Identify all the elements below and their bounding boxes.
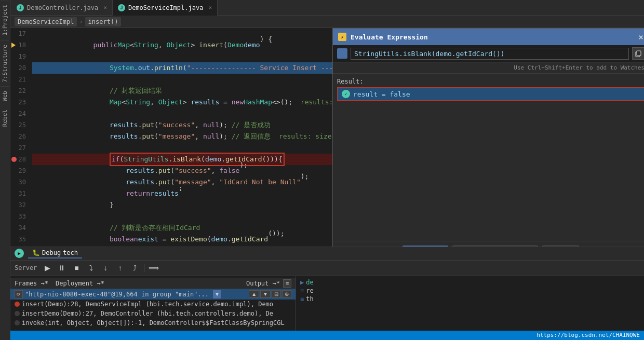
tab-bar: J DemoController.java × J DemoServiceImp…	[10, 0, 644, 16]
tab-democontroller[interactable]: J DemoController.java ×	[11, 0, 113, 16]
svg-rect-1	[637, 51, 641, 56]
debug-toolbar: Server ▶ ⏸ ■ ⤵ ↓ ↑ ⤴ ⟹	[10, 261, 644, 276]
side-tab-project[interactable]: 1:Project	[1, 0, 9, 40]
debug-panel: ▶ 🐛 Debug tech Server ▶ ⏸ ■ ⤵ ↓ ↑ ⤴ ⟹	[10, 247, 644, 331]
tab-close-service[interactable]: ×	[208, 4, 212, 11]
eval-close-dialog-button[interactable]: Close	[542, 246, 579, 247]
output-item-1: ▶ de	[300, 278, 640, 287]
debug-content: Frames →* Deployment →* Output →* ≡ ⟳ "h…	[10, 276, 644, 331]
frame-text-0: "http-nio-8080-exec-40"@19,664 in group …	[25, 291, 209, 298]
eval-result-row: ✓ result = false	[337, 87, 644, 101]
tab-label-service: DemoServiceImpl.java	[128, 4, 204, 11]
debug-btn-run-to-cursor[interactable]: ⤴	[128, 262, 141, 274]
output-text-1: de	[306, 279, 313, 286]
java-icon-2: J	[118, 4, 125, 11]
eval-copy-button[interactable]	[632, 47, 644, 60]
eval-result-icon: ✓	[342, 90, 350, 98]
debug-btn-stop[interactable]: ■	[70, 262, 83, 274]
frame-expand-btn[interactable]: ▼	[213, 290, 221, 298]
server-label: Server	[15, 264, 37, 271]
debug-btn-resume[interactable]: ▶	[41, 262, 53, 274]
output-text-3: th	[306, 295, 313, 303]
frame-dot-icon-2	[15, 311, 20, 316]
editor-area: 17 18 19 20 21 22 23 24 25 26 27 28 29	[10, 28, 644, 247]
frames-label: Frames →*	[15, 280, 48, 287]
output-arrow-3: ≡	[300, 295, 304, 303]
frame-item-1[interactable]: insert(Demo):28, DemoServiceImpl (hbi.te…	[10, 300, 296, 309]
frame-up-btn[interactable]: ▲	[249, 290, 259, 298]
frames-menu-icon[interactable]: ≡	[283, 279, 291, 288]
debug-tab-main[interactable]: 🐛 Debug tech	[28, 248, 82, 259]
debug-tabs: ▶ 🐛 Debug tech	[10, 247, 644, 261]
eval-hint: Use Ctrl+Shift+Enter to add to Watches	[333, 62, 644, 74]
java-icon: J	[17, 4, 24, 11]
frame-item-3[interactable]: invoke(int, Object, Object[]):-1, DemoCo…	[10, 318, 296, 328]
debug-btn-step-into[interactable]: ↓	[99, 262, 112, 274]
breadcrumb-sep: ›	[79, 18, 83, 25]
eval-expression-input[interactable]	[351, 48, 629, 60]
breadcrumb-class[interactable]: DemoServiceImpl	[15, 17, 77, 26]
debug-tab-label: Debug	[42, 249, 61, 256]
tab-demoserviceimpl[interactable]: J DemoServiceImpl.java ×	[113, 0, 218, 16]
tab-close-controller[interactable]: ×	[103, 4, 107, 11]
frames-panel: Frames →* Deployment →* Output →* ≡ ⟳ "h…	[10, 276, 296, 331]
eval-evaluate-button[interactable]: Evaluate	[403, 246, 449, 247]
deployment-label: Deployment →*	[56, 280, 104, 287]
eval-close-button[interactable]: ×	[638, 32, 643, 42]
debug-btn-pause[interactable]: ⏸	[56, 262, 68, 274]
debug-toolbar-sep	[144, 264, 144, 272]
frame-filter-btn[interactable]: ⊟	[272, 290, 281, 298]
debug-tab-tech: tech	[63, 249, 78, 256]
output-arrow-2: ≡	[300, 287, 304, 294]
tab-label-controller: DemoController.java	[27, 4, 98, 11]
eval-result-area: Result: ✓ result = false	[333, 74, 644, 241]
debug-run-icon: ▶	[15, 249, 24, 258]
frame-down-btn[interactable]: ▼	[260, 290, 271, 298]
frame-bp-icon-1	[15, 302, 20, 307]
output-item-2: ≡ re	[300, 287, 640, 295]
frame-copy-btn[interactable]: ⊕	[282, 290, 291, 298]
frame-dot-icon-3	[15, 320, 20, 325]
debug-btn-step-over[interactable]: ⤵	[85, 262, 97, 274]
frame-item-active[interactable]: ⟳ "http-nio-8080-exec-40"@19,664 in grou…	[10, 289, 296, 300]
debug-btn-evaluate[interactable]: ⟹	[147, 262, 160, 274]
output-panel: ▶ de ≡ re ≡ th	[296, 276, 644, 331]
output-arrow-1: ▶	[300, 279, 304, 286]
status-url: https://blog.csdn.net/CHAINQWE	[536, 332, 640, 338]
eval-fragment-mode-button[interactable]: Code Fragment Mode	[452, 246, 538, 247]
frames-header: Frames →* Deployment →* Output →* ≡	[10, 278, 296, 289]
frame-text-1: insert(Demo):28, DemoServiceImpl (hbi.te…	[22, 301, 273, 308]
thread-icon: ⟳	[15, 290, 23, 298]
side-tab-web[interactable]: Web	[1, 86, 9, 105]
eval-input-row	[333, 45, 644, 62]
eval-result-label: Result:	[337, 78, 644, 85]
line-gutter: 17 18 19 20 21 22 23 24 25 26 27 28 29	[10, 28, 32, 247]
debug-icon: 🐛	[32, 249, 40, 256]
eval-result-value: result = false	[353, 90, 410, 98]
output-item-3: ≡ th	[300, 295, 640, 303]
eval-title-text: Evaluate Expression	[351, 33, 428, 41]
eval-buttons: Evaluate Code Fragment Mode Close	[333, 241, 644, 247]
bottom-status-bar: https://blog.csdn.net/CHAINQWE	[10, 331, 644, 340]
breadcrumb-method[interactable]: insert()	[85, 17, 122, 26]
side-tab-structure[interactable]: 7:Structure	[1, 40, 9, 87]
eval-title-bar: ⚡ Evaluate Expression ×	[333, 29, 644, 45]
eval-title-icon: ⚡	[338, 33, 346, 41]
output-label: Output →*	[246, 280, 280, 287]
side-tabs: 1:Project 7:Structure Web Rebel	[0, 0, 10, 340]
evaluate-expression-dialog: ⚡ Evaluate Expression × Use	[332, 28, 644, 247]
debug-btn-step-out[interactable]: ↑	[114, 262, 126, 274]
frame-text-3: invoke(int, Object, Object[]):-1, DemoCo…	[22, 319, 285, 327]
breadcrumb: DemoServiceImpl › insert()	[10, 16, 644, 28]
frame-controls: ▲ ▼ ⊟ ⊕	[249, 290, 291, 298]
frame-text-2: insertDemo(Demo):27, DemoController (hbi…	[22, 310, 273, 317]
side-tab-rebel[interactable]: Rebel	[1, 105, 9, 131]
frame-item-2[interactable]: insertDemo(Demo):27, DemoController (hbi…	[10, 309, 296, 318]
output-text-2: re	[306, 287, 313, 294]
eval-input-icon	[337, 48, 347, 59]
